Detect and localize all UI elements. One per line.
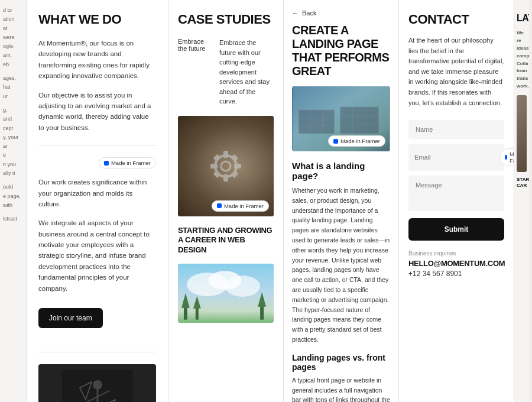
made-in-framer-badge-2: Made in Framer: [212, 200, 269, 212]
gear-svg: [202, 142, 249, 190]
framer-icon-4: [505, 155, 507, 160]
late-body: We re ideas comp Colla bran trans work.: [517, 30, 527, 90]
name-input[interactable]: [408, 120, 504, 139]
divider-2: [38, 352, 156, 352]
message-textarea[interactable]: [408, 176, 504, 211]
framer-icon-1: [104, 161, 109, 166]
article-title: CREATE A LANDING PAGE THAT PERFORMS GREA…: [292, 24, 390, 78]
right-partial-panel: LAT We re ideas comp Colla bran trans wo…: [514, 0, 529, 402]
case-study-intro: Embrace the future Embrace the future wi…: [178, 38, 274, 106]
abstract-figure-svg: [62, 370, 133, 402]
svg-point-22: [225, 275, 261, 297]
case-intro-text: Embrace the future with our cutting-edge…: [219, 38, 274, 106]
contact-body: At the heart of our philosophy lies the …: [408, 35, 504, 108]
svg-rect-15: [213, 154, 221, 161]
made-in-framer-badge-3: Made in Framer: [328, 135, 385, 147]
landing-page-body1: Whether you work in marketing, sales, or…: [292, 186, 390, 345]
contact-phone: +12 34 567 8901: [408, 270, 504, 278]
back-arrow-icon: ←: [292, 9, 299, 17]
contact-title: CONTACT: [408, 12, 504, 27]
svg-rect-14: [234, 164, 241, 168]
what-we-do-body2-p2: We integrate all aspects of your busines…: [38, 218, 156, 294]
svg-rect-12: [223, 174, 228, 181]
team-image: [38, 364, 156, 402]
svg-rect-13: [210, 164, 218, 168]
case-studies-title: CASE STUDIES: [178, 12, 274, 27]
email-row: Made in Framer: [408, 144, 504, 171]
what-we-do-para1: At Momentum®, our focus is on developing…: [38, 38, 156, 82]
join-our-team-button[interactable]: Join our team: [38, 308, 103, 328]
contact-email: HELLO@MOMENTUM.COM: [408, 259, 504, 268]
landing-page-body2: A typical front page or website in gener…: [292, 375, 390, 402]
back-label: Back: [302, 9, 316, 17]
made-in-framer-badge-4: Made in Framer: [499, 148, 514, 166]
case-studies-panel: CASE STUDIES Embrace the future Embrace …: [168, 0, 284, 402]
svg-rect-18: [231, 170, 239, 178]
made-in-framer-badge-1: Made in Framer: [99, 157, 156, 168]
cloud-svg: [178, 264, 274, 323]
industrial-image: Made in Framer: [178, 116, 274, 216]
submit-button[interactable]: Submit: [408, 218, 504, 241]
hero-image: Made in Framer: [292, 86, 390, 151]
framer-icon-2: [217, 203, 222, 208]
case-study-sub-title: STARTING AND GROWING A CAREER IN WEB DES…: [178, 226, 274, 256]
svg-point-1: [93, 380, 102, 390]
svg-rect-17: [213, 170, 221, 178]
left-partial-text: d to ation at were ogle. am, eb. ages, h…: [0, 0, 26, 230]
what-we-do-body2-p1: Our work creates significance within you…: [38, 177, 156, 209]
framer-icon-3: [333, 139, 338, 144]
late-sub: STAR CAR: [517, 177, 527, 189]
contact-panel: CONTACT At the heart of our philosophy l…: [399, 0, 514, 402]
back-nav[interactable]: ← Back: [292, 9, 390, 17]
svg-rect-30: [299, 110, 335, 134]
late-snippet: LAT We re ideas comp Colla bran trans wo…: [514, 0, 529, 201]
svg-point-10: [221, 161, 231, 171]
svg-rect-35: [340, 107, 379, 134]
divider-1: [38, 145, 156, 145]
late-title: LAT: [517, 12, 527, 25]
landing-page-panel: ← Back CREATE A LANDING PAGE THAT PERFOR…: [284, 0, 399, 402]
left-partial-panel: d to ation at were ogle. am, eb. ages, h…: [0, 0, 27, 402]
what-we-do-title: WHAT WE DO: [38, 12, 156, 27]
svg-rect-11: [223, 151, 228, 158]
what-we-do-panel: WHAT WE DO At Momentum®, our focus is on…: [27, 0, 168, 402]
business-label: Business inquiries: [408, 250, 504, 257]
case-intro-label: Embrace the future: [178, 38, 213, 106]
landing-page-sub2: Landing pages vs. front pages: [292, 353, 390, 372]
email-input[interactable]: [414, 154, 496, 161]
svg-rect-16: [231, 154, 239, 161]
cloud-image: [178, 264, 274, 323]
what-we-do-para2: Our objective is to assist you in adjust…: [38, 90, 156, 134]
landing-page-sub1: What is a landing page?: [292, 161, 390, 181]
